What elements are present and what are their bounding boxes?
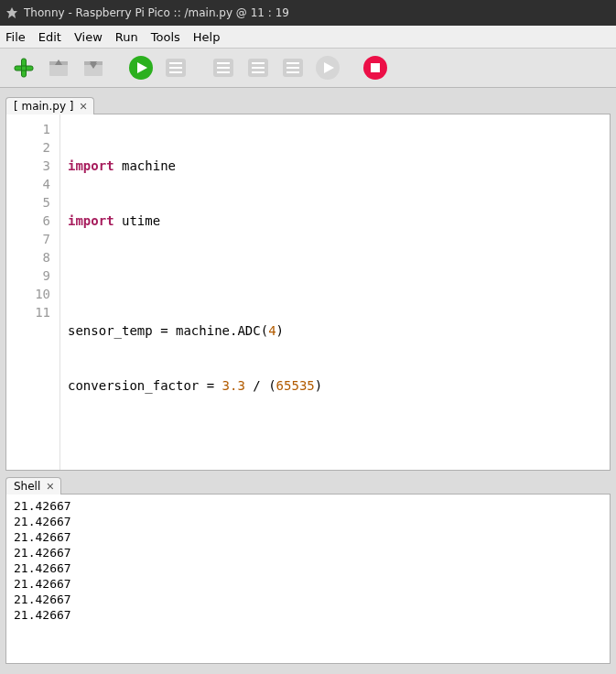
menubar: File Edit View Run Tools Help (0, 26, 616, 49)
svg-marker-0 (6, 7, 17, 18)
shell-line: 21.42667 (14, 560, 602, 576)
menu-file[interactable]: File (5, 30, 26, 44)
svg-rect-28 (286, 67, 299, 69)
svg-rect-24 (252, 67, 265, 69)
svg-rect-15 (169, 62, 182, 64)
line-number: 10 (6, 285, 50, 303)
step-over-button[interactable] (209, 53, 238, 82)
line-number: 3 (6, 157, 50, 175)
shell-line: 21.42667 (14, 576, 602, 592)
menu-view[interactable]: View (74, 30, 103, 44)
close-icon[interactable]: ✕ (80, 101, 88, 113)
line-number: 9 (6, 266, 50, 285)
stop-button[interactable] (361, 53, 390, 82)
menu-edit[interactable]: Edit (38, 30, 61, 44)
svg-rect-29 (286, 71, 299, 73)
toolbar (0, 49, 616, 88)
svg-rect-25 (252, 71, 265, 73)
line-number: 1 (6, 120, 50, 138)
save-file-button[interactable] (79, 53, 108, 82)
line-number: 4 (6, 175, 50, 193)
step-into-button[interactable] (243, 53, 273, 82)
close-icon[interactable]: ✕ (46, 481, 54, 493)
shell-line: 21.42667 (14, 514, 602, 529)
code-editor[interactable]: 1234567891011 import machine import utim… (5, 114, 611, 471)
window-title: Thonny - Raspberry Pi Pico :: /main.py @… (24, 6, 289, 19)
shell-output[interactable]: 21.4266721.4266721.4266721.4266721.42667… (5, 494, 611, 664)
svg-rect-19 (217, 62, 230, 64)
shell-line: 21.42667 (14, 498, 602, 514)
step-out-button[interactable] (278, 53, 308, 82)
resume-button[interactable] (313, 53, 342, 82)
svg-rect-33 (371, 63, 380, 72)
open-file-button[interactable] (44, 53, 73, 82)
debug-button[interactable] (161, 53, 190, 82)
shell-line: 21.42667 (14, 592, 602, 607)
editor-pane: [ main.py ] ✕ 1234567891011 import machi… (0, 88, 616, 471)
shell-tab-label: Shell (14, 480, 40, 493)
svg-rect-27 (286, 62, 299, 64)
shell-line: 21.42667 (14, 607, 602, 623)
titlebar: Thonny - Raspberry Pi Pico :: /main.py @… (0, 0, 616, 26)
shell-line: 21.42667 (14, 529, 602, 545)
svg-rect-21 (217, 71, 230, 73)
line-number: 7 (6, 230, 50, 248)
svg-rect-23 (252, 62, 265, 64)
editor-tab-label: [ main.py ] (14, 100, 74, 113)
svg-rect-16 (169, 67, 182, 69)
app-icon (5, 6, 18, 19)
line-number: 11 (6, 303, 50, 321)
new-file-button[interactable] (9, 53, 38, 82)
menu-tools[interactable]: Tools (151, 30, 180, 44)
svg-rect-2 (22, 59, 27, 77)
line-number: 2 (6, 138, 50, 157)
shell-pane: Shell ✕ 21.4266721.4266721.4266721.42667… (0, 471, 616, 664)
line-number: 8 (6, 248, 50, 266)
run-button[interactable] (126, 53, 156, 82)
menu-help[interactable]: Help (193, 30, 221, 44)
shell-tab[interactable]: Shell ✕ (5, 477, 61, 495)
svg-rect-20 (217, 67, 230, 69)
svg-rect-17 (169, 71, 182, 73)
code-area[interactable]: import machine import utime sensor_temp … (60, 114, 507, 470)
line-number: 5 (6, 193, 50, 212)
menu-run[interactable]: Run (115, 30, 138, 44)
editor-tabstrip: [ main.py ] ✕ (5, 92, 611, 114)
line-number-gutter: 1234567891011 (6, 114, 60, 470)
editor-tab-main[interactable]: [ main.py ] ✕ (5, 97, 94, 114)
shell-line: 21.42667 (14, 545, 602, 560)
line-number: 6 (6, 212, 50, 230)
